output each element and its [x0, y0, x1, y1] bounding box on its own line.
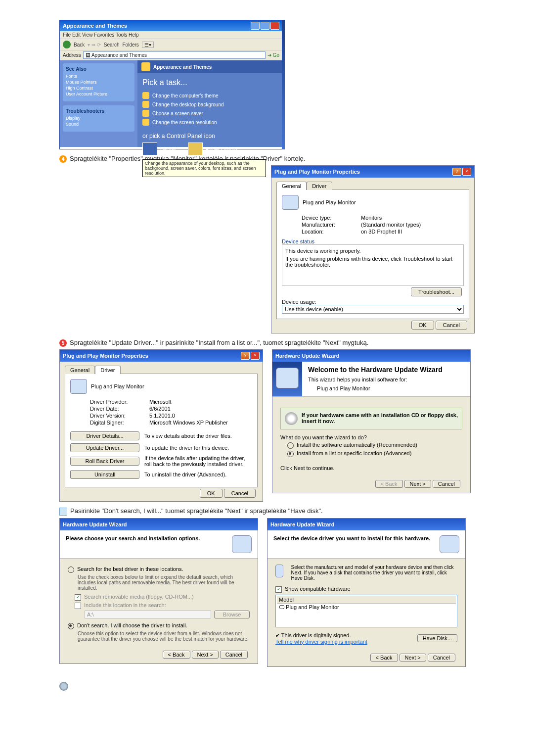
dialog-title: Hardware Update Wizard — [270, 521, 462, 527]
tab-general[interactable]: General — [276, 182, 307, 190]
update-driver-button[interactable]: Update Driver... — [70, 443, 139, 452]
model-item[interactable]: 🖵 Plug and Play Monitor — [277, 604, 456, 611]
task-icon — [142, 110, 149, 117]
close-button[interactable]: × — [462, 168, 471, 176]
back-button[interactable]: < Back — [163, 651, 190, 659]
folder-icon — [188, 142, 203, 155]
radio-search-desc: Use the check boxes below to limit or ex… — [78, 574, 250, 591]
back-button[interactable]: Back — [74, 42, 85, 47]
step-bullet-5: 5 — [59, 339, 67, 347]
main-panel: Appearance and Themes Pick a task... Cha… — [137, 60, 282, 147]
cancel-button[interactable]: Cancel — [428, 654, 455, 662]
folders-button[interactable]: Folders — [122, 42, 138, 47]
update-driver-desc: To update the driver for this device. — [144, 445, 229, 451]
ok-button[interactable]: OK — [411, 321, 434, 330]
tab-driver[interactable]: Driver — [95, 366, 120, 374]
maximize-button[interactable] — [261, 22, 269, 30]
wizard-welcome-heading: Welcome to the Hardware Update Wizard — [308, 366, 464, 374]
digital-signer-label: Digital Signer: — [90, 420, 149, 425]
close-button[interactable]: × — [251, 352, 260, 360]
device-type-value: Monitors — [361, 215, 382, 221]
task-item[interactable]: Change the computer's theme — [142, 92, 277, 99]
digital-signer-value: Microsoft Windows XP Publisher — [149, 420, 228, 425]
ok-button[interactable]: OK — [200, 489, 222, 498]
dialog-title: Hardware Update Wizard — [63, 521, 255, 527]
sidebar-item[interactable]: Fonts — [66, 74, 132, 79]
category-title: Appearance and Themes — [153, 64, 212, 70]
sidebar-item[interactable]: Mouse Pointers — [66, 80, 132, 85]
next-button[interactable]: Next > — [400, 654, 426, 662]
step-icon — [59, 508, 67, 516]
driver-provider-label: Driver Provider: — [90, 399, 149, 405]
window-title: Appearance and Themes — [63, 23, 251, 29]
device-type-label: Device type: — [302, 215, 361, 221]
cancel-button[interactable]: Cancel — [433, 480, 460, 488]
troubleshoot-button[interactable]: Troubleshoot... — [411, 287, 462, 296]
address-label: Address — [63, 52, 81, 58]
dialog-title: Plug and Play Monitor Properties — [274, 169, 451, 175]
go-button[interactable]: ➔ Go — [267, 52, 279, 58]
troubleshooters-header: Troubleshooters — [66, 108, 132, 114]
check-show-compat[interactable]: Show compatible hardware — [275, 586, 457, 593]
address-input[interactable]: 🖼 Appearance and Themes — [83, 51, 266, 59]
check-include-location: Include this location in the search: — [75, 602, 250, 609]
close-button[interactable] — [270, 22, 279, 30]
instruction-step-5: 5Spragtelėkite "Update Driver..." ir pas… — [59, 338, 475, 347]
display-icon-item[interactable]: Display — [142, 142, 177, 155]
search-button[interactable]: Search — [104, 42, 120, 47]
uninstall-button[interactable]: Uninstall — [70, 470, 139, 479]
next-button[interactable]: Next > — [404, 480, 431, 488]
wizard-select-desc: Select the manufacturer and model of you… — [291, 565, 458, 581]
cancel-button[interactable]: Cancel — [224, 489, 256, 498]
device-usage-select[interactable]: Use this device (enable) — [282, 305, 464, 314]
tab-general[interactable]: General — [65, 366, 95, 374]
driver-version-label: Driver Version: — [90, 413, 149, 419]
task-item[interactable]: Choose a screen saver — [142, 110, 277, 117]
browse-button: Browse — [214, 611, 250, 618]
rollback-driver-desc: If the device fails after updating the d… — [144, 455, 252, 467]
gear-icon — [59, 682, 68, 691]
cancel-button[interactable]: Cancel — [220, 651, 248, 659]
tab-driver[interactable]: Driver — [307, 182, 332, 190]
tell-me-why-link[interactable]: Tell me why driver signing is important — [275, 639, 417, 645]
monitor-icon — [282, 195, 299, 210]
wizard-icon — [440, 535, 459, 553]
minimize-button[interactable] — [251, 22, 260, 30]
task-icon — [142, 92, 149, 99]
monitor-properties-driver-dialog: Plug and Play Monitor Properties ? × Gen… — [59, 349, 263, 502]
see-also-header: See Also — [66, 66, 132, 72]
task-item[interactable]: Change the desktop background — [142, 101, 277, 108]
help-button[interactable]: ? — [241, 352, 250, 360]
sidebar-item[interactable]: User Account Picture — [66, 92, 132, 96]
menu-bar[interactable]: File Edit View Favorites Tools Help — [60, 31, 282, 39]
sidebar-item[interactable]: Display — [66, 116, 132, 121]
rollback-driver-button[interactable]: Roll Back Driver — [70, 457, 139, 466]
manufacturer-label: Manufacturer: — [302, 222, 361, 228]
radio-install-auto[interactable]: Install the software automatically (Reco… — [287, 442, 462, 449]
back-icon[interactable] — [63, 41, 71, 48]
cancel-button[interactable]: Cancel — [436, 321, 467, 330]
radio-dont-desc: Choose this option to select the device … — [78, 631, 250, 642]
sidebar-item[interactable]: High Contrast — [66, 86, 132, 91]
driver-date-value: 6/6/2001 — [149, 406, 171, 412]
folder-options-item[interactable]: Folder Options — [188, 142, 238, 155]
sidebar-item[interactable]: Sound — [66, 122, 132, 127]
have-disk-button[interactable]: Have Disk... — [417, 634, 457, 642]
driver-details-button[interactable]: Driver Details... — [70, 431, 139, 440]
task-item[interactable]: Change the screen resolution — [142, 119, 277, 126]
next-button[interactable]: Next > — [192, 651, 219, 659]
toolbar: Back ▾ ➡ ⟳ Search Folders ☰▾ — [60, 39, 282, 50]
monitor-properties-general-dialog: Plug and Play Monitor Properties ? × Gen… — [271, 165, 475, 333]
radio-dont-search[interactable]: Don't search. I will choose the driver t… — [68, 622, 250, 629]
driver-date-label: Driver Date: — [90, 406, 149, 412]
device-heading: Plug and Play Monitor — [303, 199, 356, 205]
radio-search-best[interactable]: Search for the best driver in these loca… — [68, 566, 250, 573]
radio-install-list[interactable]: Install from a list or specific location… — [287, 450, 462, 457]
model-listbox[interactable]: Model 🖵 Plug and Play Monitor — [275, 595, 457, 627]
wizard-device-name: Plug and Play Monitor — [317, 385, 464, 391]
wizard-heading: Select the device driver you want to ins… — [273, 535, 440, 541]
sidebar: See Also Fonts Mouse Pointers High Contr… — [60, 60, 137, 147]
back-button[interactable]: < Back — [370, 654, 398, 662]
window-titlebar: Appearance and Themes — [60, 20, 282, 31]
help-button[interactable]: ? — [452, 168, 461, 176]
